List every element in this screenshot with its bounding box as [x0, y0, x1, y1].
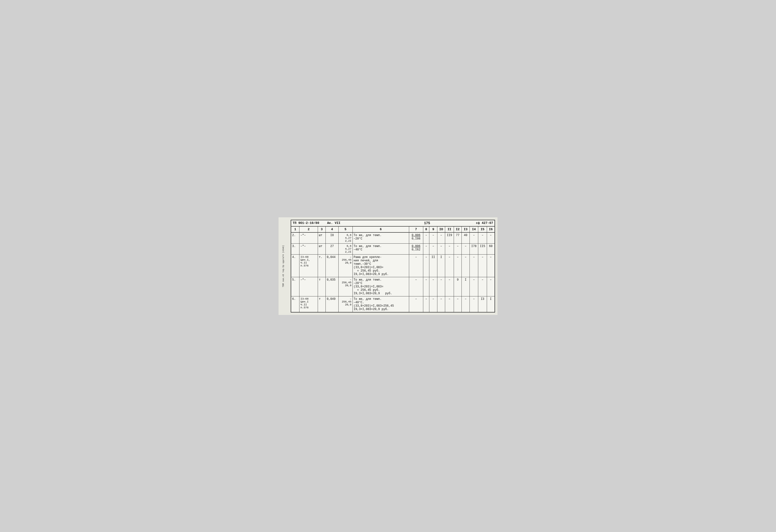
cell-row5-col5: –256,4520,9 [338, 277, 353, 296]
cell-row2-col3: шт [318, 232, 326, 243]
cell-row2-col9: – [429, 232, 437, 243]
col-header-11: II [445, 226, 454, 232]
cell-row5-col9: – [429, 277, 437, 296]
cell-row3-col4: 27 [326, 243, 338, 254]
cell-row2-col4: I8 [326, 232, 338, 243]
cell-row6-col6: То же, для темп.–40°С.(33,8+203)×I,083=2… [353, 296, 409, 312]
cell-row6-col7: – [409, 296, 423, 312]
cell-row5-col1: 5. [291, 277, 300, 296]
cell-row3-col9: – [429, 243, 437, 254]
cell-row3-col13: – [462, 243, 470, 254]
cell-row5-col2: –"– [300, 277, 318, 296]
cell-row2-col1: 2. [291, 232, 300, 243]
cell-row6-col15: I3 [478, 296, 487, 312]
col-header-13: I3 [462, 226, 470, 232]
cell-row3-col11: – [445, 243, 454, 254]
cell-row3-col2: –"– [300, 243, 318, 254]
col-header-14: I4 [469, 226, 478, 232]
col-header-3: 3 [318, 226, 326, 232]
cell-row4-col7: – [409, 254, 423, 277]
header-ak: Ак. VII [326, 220, 409, 226]
cell-row4-col4: 0,044 [326, 254, 338, 277]
cell-row2-col6: То же, для темп.–20°С [353, 232, 409, 243]
cell-row2-col13: 40 [462, 232, 470, 243]
col-header-10: IO [437, 226, 445, 232]
col-header-9: 9 [429, 226, 437, 232]
col-header-5: 5 [338, 226, 353, 232]
cell-row5-col13: I [462, 277, 470, 296]
cell-row4-col11: – [445, 254, 454, 277]
col-header-12: I2 [454, 226, 462, 232]
cell-row2-col15: – [478, 232, 487, 243]
cell-row5-col6: То же, для темп.–20°С(33,8+203)×I,083= =… [353, 277, 409, 296]
col-header-6: 6 [353, 226, 409, 232]
cell-row4-col9: II [429, 254, 437, 277]
cell-row3-col8: – [423, 243, 429, 254]
cell-row4-col3: т. [318, 254, 326, 277]
cell-row5-col15: – [478, 277, 487, 296]
col-header-8: 8 [423, 226, 429, 232]
cell-row3-col1: 3. [291, 243, 300, 254]
cell-row4-col6: Рама для крепле-ния печей, длятемп.–30°С… [353, 254, 409, 277]
cell-row3-col16: 60 [487, 243, 495, 254]
cell-row4-col16: – [487, 254, 495, 277]
cell-row5-col11: – [445, 277, 454, 296]
cell-row6-col11: – [445, 296, 454, 312]
cell-row6-col2: I3–68Цен.IЧ.IIп.576 [300, 296, 318, 312]
cell-row5-col7: – [409, 277, 423, 296]
cell-row3-col7: 0,0060,I62 [409, 243, 423, 254]
cell-row2-col16: – [487, 232, 495, 243]
cell-row5-col12: 9 [454, 277, 462, 296]
cell-row2-col5: 6,64,272,2I [338, 232, 353, 243]
cell-row5-col14: – [469, 277, 478, 296]
cell-row4-col2: I3–68Цен.I,Ч.IIп.576 [300, 254, 318, 277]
header-ti: ТП 9О1-2-10/80 [291, 220, 326, 226]
cell-row2-col11: II9 [445, 232, 454, 243]
cell-row3-col14: I78 [469, 243, 478, 254]
table-row: 5. –"– т 0,035 –256,4520,9 То же, для те… [291, 277, 495, 296]
cell-row4-col12: – [454, 254, 462, 277]
col-header-2: 2 [300, 226, 318, 232]
cell-row2-col7: 0,0060,I08 [409, 232, 423, 243]
col-header-7: 7 [409, 226, 423, 232]
table-row: 4. I3–68Цен.I,Ч.IIп.576 т. 0,044 –256,45… [291, 254, 495, 277]
cell-row2-col2: –"– [300, 232, 318, 243]
cell-row3-col6: То же, для темп.–40°С [353, 243, 409, 254]
cell-row6-col1: 6. [291, 296, 300, 312]
cell-row4-col5: –256,4520,9 [338, 254, 353, 277]
cell-row2-col8: – [423, 232, 429, 243]
cell-row3-col15: II5 [478, 243, 487, 254]
cell-row6-col4: 0,049 [326, 296, 338, 312]
col-header-1: 1 [291, 226, 300, 232]
cell-row6-col9: – [429, 296, 437, 312]
cell-row6-col14: – [469, 296, 478, 312]
table-row: 2. –"– шт I8 6,64,272,2I То же, для темп… [291, 232, 495, 243]
cell-row2-col14: – [469, 232, 478, 243]
cell-row5-col8: – [423, 277, 429, 296]
cell-row5-col16: – [487, 277, 495, 296]
cell-row3-col12: – [454, 243, 462, 254]
col-header-15: I5 [478, 226, 487, 232]
table-row: 6. I3–68Цен.IЧ.IIп.576 т 0,049 –256,4520… [291, 296, 495, 312]
cell-row6-col16: I [487, 296, 495, 312]
cell-row2-col12: 77 [454, 232, 462, 243]
cell-row6-col8: – [423, 296, 429, 312]
cell-row4-col15: – [478, 254, 487, 277]
cell-row6-col13: – [462, 296, 470, 312]
cell-row4-col1: 4. [291, 254, 300, 277]
cell-row2-col10: – [437, 232, 445, 243]
header-row: ТП 9О1-2-10/80 Ак. VII 175 сф 427-07 [291, 220, 495, 226]
cell-row4-col13: – [462, 254, 470, 277]
cell-row3-col10: – [437, 243, 445, 254]
header-cf: сф 427-07 [445, 220, 495, 226]
side-label: ТВМ зак.43 тир.5р одата74 (4346) [278, 217, 288, 315]
cell-row6-col10: – [437, 296, 445, 312]
cell-row3-col5: 6,64,272,2I [338, 243, 353, 254]
cell-row5-col4: 0,035 [326, 277, 338, 296]
header-num: 175 [409, 220, 445, 226]
cell-row4-col14: – [469, 254, 478, 277]
cell-row4-col10: I [437, 254, 445, 277]
table-row: 3. –"– шт 27 6,64,272,2I То же, для темп… [291, 243, 495, 254]
col-header-16: I6 [487, 226, 495, 232]
col-header-4: 4 [326, 226, 338, 232]
